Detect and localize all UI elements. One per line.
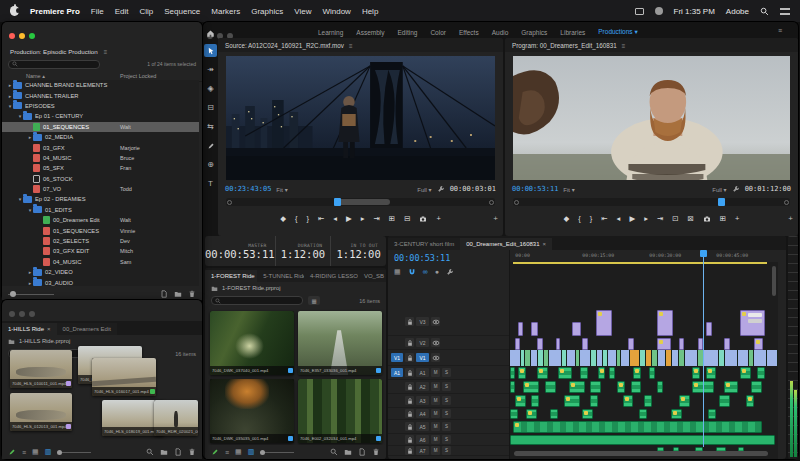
source-monitor-tab[interactable]: Source: A012C024_160921_R2C.mxf.mov ≡ — [218, 38, 503, 52]
timeline-track-area[interactable]: 00:0000:00:15:0000:00:30:0000:00:45:00 — [510, 250, 778, 459]
workspace-libraries[interactable]: Libraries — [560, 29, 585, 36]
track-lock-icon[interactable] — [405, 409, 414, 418]
source-zoom-select[interactable]: Fit ▾ — [276, 186, 287, 193]
pen-tool[interactable] — [204, 139, 217, 152]
tree-item-05-sfx[interactable]: 05_SFXFran — [2, 163, 199, 173]
track-name-a5[interactable]: A5 — [416, 422, 429, 431]
audio-clip[interactable] — [558, 367, 571, 379]
menu-help[interactable]: Help — [362, 7, 378, 16]
mark-out-button[interactable]: } — [590, 215, 593, 223]
track-name-a3[interactable]: A3 — [416, 396, 429, 405]
column-name[interactable]: Name ▴ — [26, 73, 45, 79]
source-patch-a4[interactable] — [391, 409, 403, 418]
list-view-icon[interactable]: ≡ — [225, 449, 229, 456]
source-patch-a6[interactable] — [391, 435, 403, 444]
v1-clip-segment[interactable] — [685, 350, 698, 366]
workspace-assembly[interactable]: Assembly — [356, 29, 384, 36]
hills-tab-1-hills-ride[interactable]: 1-HILLS Ride× — [2, 323, 57, 335]
app-menu-title[interactable]: Premiere Pro — [30, 7, 80, 16]
tree-item-02-selects[interactable]: 02_SELECTSDev — [2, 236, 199, 246]
mute-button[interactable]: M — [431, 396, 440, 405]
v1-clip-segment[interactable] — [510, 350, 521, 366]
step-back-button[interactable]: ◂ — [617, 215, 621, 223]
audio-clip[interactable] — [513, 421, 762, 433]
linked-selection-icon[interactable]: ∞ — [423, 268, 428, 275]
zoom-slider[interactable] — [57, 452, 91, 453]
nest-sequence-icon[interactable]: ▦ — [394, 268, 401, 276]
audio-clip[interactable] — [510, 367, 515, 379]
display-status-icon[interactable] — [635, 8, 644, 15]
v1-clip-segment[interactable] — [767, 350, 778, 366]
forest-tab-5-tunnel-ride[interactable]: 5-TUNNEL Ride — [257, 270, 304, 282]
track-header-v3[interactable]: V3 — [388, 308, 509, 336]
tree-item-01-edits[interactable]: ▾01_EDITS — [2, 205, 199, 215]
clip-thumbnail[interactable]: 7046_HLS_016017_001.mp4 — [92, 358, 156, 396]
audio-clip[interactable] — [564, 395, 580, 407]
program-monitor-tab[interactable]: Program: 00_Dreamers_Edit_160831 ≡ — [505, 38, 798, 52]
video-clip[interactable] — [657, 310, 673, 336]
video-clip[interactable] — [596, 310, 612, 336]
solo-button[interactable]: S — [442, 422, 451, 431]
button-editor-button[interactable]: + — [436, 215, 440, 223]
track-header-a6[interactable]: A6MS — [388, 434, 509, 446]
mark-in-button[interactable]: { — [578, 215, 581, 223]
audio-clip[interactable] — [633, 367, 641, 379]
audio-clip[interactable] — [757, 367, 765, 379]
mute-button[interactable]: M — [431, 446, 440, 455]
insert-button[interactable]: ⊞ — [389, 215, 395, 223]
video-clip[interactable] — [518, 322, 523, 336]
tree-item-04-music[interactable]: 04_MUSICSam — [2, 257, 199, 267]
v1-clip-segment[interactable] — [725, 350, 738, 366]
audio-clip[interactable] — [609, 367, 614, 379]
track-lock-icon[interactable] — [405, 446, 414, 455]
audio-clip[interactable] — [746, 395, 754, 407]
menu-clip[interactable]: Clip — [140, 7, 154, 16]
v1-clip-segment[interactable] — [704, 350, 719, 366]
delete-icon[interactable] — [188, 448, 196, 456]
type-tool[interactable]: T — [204, 177, 217, 190]
solo-button[interactable]: S — [442, 396, 451, 405]
timeline-horizontal-scrollbar[interactable] — [514, 451, 768, 456]
tree-item-03-gfx[interactable]: 03_GFXMarjorie — [2, 142, 199, 152]
video-clip[interactable] — [572, 322, 581, 336]
v1-clip-segment[interactable] — [738, 350, 749, 366]
menu-markers[interactable]: Markers — [211, 7, 240, 16]
comparison-view-button[interactable]: ⊞ — [720, 215, 726, 223]
razor-tool[interactable]: ⊟ — [204, 101, 217, 114]
video-clip[interactable] — [706, 322, 713, 336]
new-item-icon[interactable] — [160, 290, 168, 298]
play-button[interactable]: ▶ — [629, 215, 635, 223]
panel-menu-icon[interactable]: ≡ — [622, 42, 626, 49]
v1-clip-segment[interactable] — [608, 350, 616, 366]
track-header-v2[interactable]: V2 — [388, 336, 509, 350]
source-patch-a3[interactable] — [391, 396, 403, 405]
tree-item-ep-01-century[interactable]: ▾Ep 01 - CENTURY — [2, 111, 199, 121]
workspace-overflow-icon[interactable]: ≡ — [778, 27, 782, 34]
snap-magnet-icon[interactable] — [408, 267, 416, 275]
minimize-button[interactable] — [19, 33, 25, 39]
thumbnail-zoom-slider[interactable] — [8, 294, 54, 295]
extract-button[interactable]: ⊠ — [688, 215, 694, 223]
production-panel-tab[interactable]: Production: Episodic Production ≡ — [2, 43, 202, 57]
audio-clip[interactable] — [649, 367, 654, 379]
find-icon[interactable] — [330, 448, 338, 456]
audio-clip[interactable] — [751, 381, 762, 393]
track-output-toggle[interactable] — [431, 317, 440, 326]
track-name-a4[interactable]: A4 — [416, 409, 429, 418]
track-name-a2[interactable]: A2 — [416, 382, 429, 391]
home-icon[interactable] — [206, 29, 215, 38]
forest-tab-vo-sb[interactable]: VO_SB — [358, 270, 386, 282]
close-button[interactable] — [9, 311, 15, 317]
mute-button[interactable]: M — [431, 409, 440, 418]
video-clip[interactable] — [740, 310, 764, 336]
video-clip[interactable] — [531, 322, 538, 336]
add-marker-button[interactable]: ◆ — [280, 215, 286, 223]
timeline-vertical-scrollbar[interactable] — [772, 266, 776, 296]
workspace-color[interactable]: Color — [430, 29, 446, 36]
audio-clip[interactable] — [537, 367, 548, 379]
video-clip[interactable] — [657, 338, 670, 350]
clip-thumbnail[interactable]: 7046_RDR_020021_001.mp4 — [154, 400, 198, 436]
close-button[interactable] — [9, 33, 15, 39]
lift-button[interactable]: ⊡ — [672, 215, 678, 223]
clip-thumbnail[interactable]: 7046_DWK_035035_001.mp4 — [210, 379, 294, 443]
